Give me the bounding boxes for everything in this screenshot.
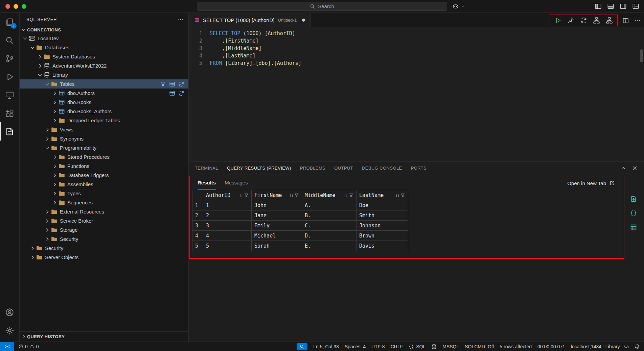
status-sqlcmd[interactable]: SQLCMD: Off (465, 344, 494, 349)
problems-status[interactable]: 0 0 (14, 344, 43, 349)
tree-item[interactable]: Views (20, 125, 188, 134)
activity-extensions-button[interactable] (0, 104, 19, 122)
tree-item[interactable]: Server Objects (20, 253, 188, 262)
grid-cell[interactable]: C. (302, 221, 356, 231)
status-indentation[interactable]: Spaces: 4 (345, 344, 366, 349)
panel-tab-ports[interactable]: PORTS (411, 161, 427, 175)
grid-cell[interactable]: Doe (356, 200, 408, 210)
tree-item[interactable]: dbo.Books (20, 98, 188, 107)
grid-cell[interactable]: Emily (252, 221, 302, 231)
tree-item[interactable]: System Databases (20, 52, 188, 61)
filter-icon[interactable] (294, 193, 299, 198)
status-eol[interactable]: CRLF (391, 344, 403, 349)
editor-scrollbar[interactable] (640, 49, 643, 62)
grid-cell[interactable]: John (252, 200, 302, 210)
close-panel-icon[interactable] (632, 165, 638, 171)
more-actions-icon[interactable] (178, 16, 184, 22)
sort-icon[interactable]: ↑↓ (239, 193, 243, 198)
remote-indicator[interactable]: >< (0, 342, 14, 351)
panel-tab-terminal[interactable]: TERMINAL (195, 161, 218, 175)
status-language-mode[interactable]: SQL (409, 344, 426, 349)
save-as-csv-button[interactable] (630, 195, 637, 203)
grid-column-header[interactable]: LastName↑↓ (356, 190, 408, 200)
tree-item[interactable]: Sequences (20, 198, 188, 207)
tree-item[interactable]: Programmability (20, 143, 188, 152)
filter-icon[interactable] (349, 193, 353, 198)
activity-sql-server-button[interactable] (0, 122, 19, 141)
maximize-panel-icon[interactable] (620, 165, 626, 171)
grid-cell[interactable]: Smith (356, 210, 408, 221)
more-editor-actions-icon[interactable] (634, 17, 641, 24)
tree-item[interactable]: Library (20, 70, 188, 79)
query-history-section-header[interactable]: QUERY HISTORY (20, 331, 188, 342)
status-cursor-position[interactable]: Ln 5, Col 33 (313, 344, 339, 349)
table-action-icon[interactable] (169, 90, 175, 96)
tree-item[interactable]: Security (20, 234, 188, 244)
activity-remote-explorer-button[interactable] (0, 86, 19, 104)
status-mssql[interactable]: MSSQL (442, 344, 459, 349)
actual-plan-button[interactable] (606, 17, 613, 24)
unsaved-changes-dot[interactable] (302, 19, 305, 22)
row-number-cell[interactable]: 4 (192, 231, 203, 241)
activity-run-debug-button[interactable] (0, 68, 19, 86)
open-in-new-tab-button[interactable]: Open in New Tab (567, 180, 615, 186)
tree-item[interactable]: Assemblies (20, 180, 188, 189)
refresh-action-icon[interactable] (178, 81, 184, 87)
editor-tab[interactable]: SELECT TOP (1000) [AuthorID] Untitled-1 (189, 13, 311, 27)
sort-icon[interactable]: ↑↓ (344, 193, 347, 198)
tree-item[interactable]: Stored Procedures (20, 152, 188, 161)
status-rows-affected[interactable]: 5 rows affected (500, 344, 532, 349)
tree-item[interactable]: LocalDev (20, 34, 188, 43)
panel-tab-problems[interactable]: PROBLEMS (300, 161, 325, 175)
sort-icon[interactable]: ↑↓ (290, 193, 293, 198)
row-number-cell[interactable]: 3 (192, 221, 203, 231)
toggle-panel-icon[interactable] (607, 3, 614, 10)
status-notifications[interactable] (635, 344, 640, 349)
filter-action-icon[interactable] (160, 81, 166, 87)
tree-item[interactable]: Synonyms (20, 134, 188, 143)
command-center-search[interactable]: Search (197, 2, 447, 11)
grid-cell[interactable]: A. (302, 200, 356, 210)
toggle-secondary-sidebar-icon[interactable] (620, 3, 627, 10)
filter-icon[interactable] (244, 193, 249, 198)
panel-tab-output[interactable]: OUTPUT (334, 161, 353, 175)
grid-cell[interactable]: Sarah (252, 241, 302, 251)
results-tab-results[interactable]: Results (198, 176, 216, 190)
split-editor-icon[interactable] (622, 17, 629, 24)
results-tab-messages[interactable]: Messages (225, 176, 248, 190)
run-query-button[interactable] (554, 17, 561, 24)
activity-explorer-button[interactable]: 1 (0, 13, 19, 31)
grid-column-header[interactable]: MiddleName↑↓ (302, 190, 356, 200)
tree-item[interactable]: dbo.Authors (20, 89, 188, 98)
row-number-cell[interactable]: 2 (192, 210, 203, 221)
save-as-json-button[interactable] (630, 209, 637, 217)
close-window-button[interactable] (5, 4, 10, 9)
status-encoding[interactable]: UTF-8 (371, 344, 385, 349)
grid-cell[interactable]: 3 (203, 221, 252, 231)
code-editor[interactable]: 1SELECT TOP (1000) [AuthorID]2 ,[FirstNa… (189, 27, 644, 161)
tree-item[interactable]: Types (20, 189, 188, 198)
tree-item[interactable]: Databases (20, 43, 188, 52)
change-connection-button[interactable] (580, 17, 587, 24)
sort-icon[interactable]: ↑↓ (395, 193, 399, 198)
save-as-excel-button[interactable] (630, 224, 637, 231)
tree-item[interactable]: Service Broker (20, 216, 188, 225)
tree-item[interactable]: Dropped Ledger Tables (20, 116, 188, 125)
table-action-icon[interactable] (169, 81, 175, 87)
connect-button[interactable] (567, 17, 574, 24)
tree-item[interactable]: Database Triggers (20, 171, 188, 180)
filter-icon[interactable] (400, 193, 405, 198)
grid-cell[interactable]: B. (302, 210, 356, 221)
grid-cell[interactable]: 2 (203, 210, 252, 221)
refresh-action-icon[interactable] (178, 90, 184, 96)
zoom-window-button[interactable] (22, 4, 26, 9)
tree-item[interactable]: External Resources (20, 207, 188, 216)
grid-column-header[interactable]: AuthorID↑↓ (203, 190, 252, 200)
grid-cell[interactable]: 1 (203, 200, 252, 210)
tree-item[interactable]: Tables (20, 79, 188, 89)
status-server-connection[interactable]: localhost,1434 : Library : sa (571, 344, 629, 349)
minimize-window-button[interactable] (14, 4, 18, 9)
row-number-cell[interactable]: 1 (192, 200, 203, 210)
grid-cell[interactable]: E. (302, 241, 356, 251)
status-elapsed-time[interactable]: 00:00:00.071 (537, 344, 565, 349)
